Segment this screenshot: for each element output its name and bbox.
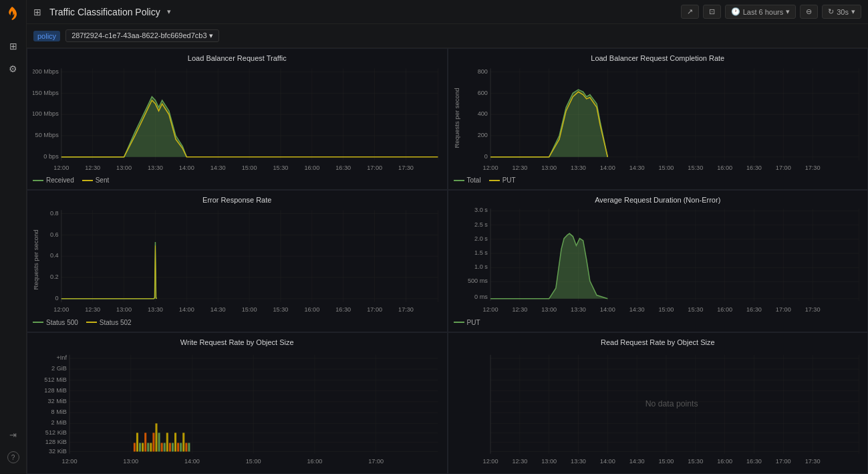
time-range-button[interactable]: 🕐 Last 6 hours ▾ <box>725 5 797 19</box>
time-range-label: Last 6 hours <box>743 8 784 16</box>
chart-completion-rate: Load Balancer Request Completion Rate Re… <box>448 48 869 190</box>
legend-status502: Status 502 <box>86 319 132 326</box>
svg-rect-174 <box>136 433 138 451</box>
svg-text:No data points: No data points <box>645 399 698 408</box>
svg-text:400: 400 <box>477 110 487 117</box>
title-dropdown-icon[interactable]: ▾ <box>167 7 171 16</box>
svg-text:14:00: 14:00 <box>179 164 194 171</box>
svg-text:0 ms: 0 ms <box>474 293 488 300</box>
legend-sent: Sent <box>82 176 110 184</box>
svg-text:16:30: 16:30 <box>746 164 761 171</box>
svg-text:16:30: 16:30 <box>335 306 351 313</box>
svg-text:2.0 s: 2.0 s <box>474 235 488 242</box>
svg-rect-186 <box>169 443 171 451</box>
svg-text:17:30: 17:30 <box>398 164 414 171</box>
svg-text:0.2: 0.2 <box>50 273 59 280</box>
refresh-dropdown-icon: ▾ <box>851 7 855 16</box>
svg-text:17:00: 17:00 <box>775 164 790 171</box>
policy-dropdown-icon: ▾ <box>209 31 213 39</box>
svg-rect-183 <box>161 443 163 451</box>
app-logo[interactable] <box>4 5 23 24</box>
svg-text:15:00: 15:00 <box>658 306 674 313</box>
svg-text:15:00: 15:00 <box>242 164 257 171</box>
svg-text:12:30: 12:30 <box>512 306 527 313</box>
svg-text:50 Mbps: 50 Mbps <box>35 132 59 138</box>
svg-text:14:00: 14:00 <box>599 306 615 313</box>
time-dropdown-icon: ▾ <box>786 7 790 16</box>
chart-avg-duration: Average Request Duration (Non-Error) 3.0… <box>448 190 869 332</box>
policy-selector[interactable]: 287f2924-c1e7-43aa-8622-bfc669ed7cb3 ▾ <box>65 29 219 42</box>
svg-rect-176 <box>142 443 144 451</box>
svg-text:12:00: 12:00 <box>53 306 69 313</box>
zoom-icon: ⊖ <box>806 7 812 16</box>
svg-text:512 KiB: 512 KiB <box>45 428 67 435</box>
share-icon: ↗ <box>687 7 693 16</box>
refresh-button[interactable]: ↻ 30s ▾ <box>822 5 861 19</box>
filterbar: policy 287f2924-c1e7-43aa-8622-bfc669ed7… <box>27 24 868 48</box>
svg-rect-175 <box>139 443 141 451</box>
svg-text:15:00: 15:00 <box>246 457 261 464</box>
svg-rect-173 <box>134 443 136 451</box>
svg-rect-185 <box>166 433 168 451</box>
svg-text:12:00: 12:00 <box>53 164 69 171</box>
svg-text:12:30: 12:30 <box>85 306 100 313</box>
svg-text:14:00: 14:00 <box>184 457 200 464</box>
sidebar-help-icon[interactable]: ? <box>6 450 21 465</box>
svg-text:150 Mbps: 150 Mbps <box>33 89 59 96</box>
svg-text:16:30: 16:30 <box>746 457 761 464</box>
svg-text:15:00: 15:00 <box>658 164 674 171</box>
svg-text:14:00: 14:00 <box>599 164 615 171</box>
svg-text:800: 800 <box>477 68 487 75</box>
svg-text:12:30: 12:30 <box>85 164 100 171</box>
tv-mode-button[interactable]: ⊡ <box>703 5 721 19</box>
svg-text:13:30: 13:30 <box>571 164 586 171</box>
svg-text:17:30: 17:30 <box>805 306 820 313</box>
share-button[interactable]: ↗ <box>681 5 699 19</box>
svg-text:16:30: 16:30 <box>746 306 761 313</box>
chart-title-error: Error Response Rate <box>33 196 442 204</box>
svg-text:12:30: 12:30 <box>512 164 527 171</box>
chart-title-write: Write Request Rate by Object Size <box>33 338 442 346</box>
svg-text:0: 0 <box>55 295 59 302</box>
svg-text:2 MiB: 2 MiB <box>51 419 67 426</box>
svg-text:17:30: 17:30 <box>805 164 820 171</box>
refresh-label: 30s <box>837 8 849 16</box>
svg-text:32 MiB: 32 MiB <box>47 396 67 404</box>
chart-title-duration: Average Request Duration (Non-Error) <box>454 196 863 204</box>
svg-text:16:30: 16:30 <box>335 164 351 171</box>
svg-rect-187 <box>172 443 174 451</box>
legend-duration: PUT <box>454 317 863 326</box>
chart-title-lb-traffic: Load Balancer Request Traffic <box>33 54 442 62</box>
svg-text:0: 0 <box>484 153 487 160</box>
svg-text:100 Mbps: 100 Mbps <box>33 110 59 117</box>
chart-area-duration: 3.0 s 2.5 s 2.0 s 1.5 s 1.0 s 500 ms 0 m… <box>454 207 863 316</box>
svg-text:0.4: 0.4 <box>50 253 59 259</box>
svg-text:16:00: 16:00 <box>717 457 732 464</box>
svg-rect-190 <box>180 443 182 451</box>
page-title: Traffic Classification Policy <box>49 7 160 17</box>
refresh-icon: ↻ <box>828 7 834 16</box>
svg-text:2.5 s: 2.5 s <box>474 221 488 228</box>
svg-text:17:30: 17:30 <box>805 457 820 464</box>
svg-rect-178 <box>147 443 149 451</box>
zoom-out-button[interactable]: ⊖ <box>800 5 818 19</box>
svg-text:200 Mbps: 200 Mbps <box>33 68 59 75</box>
svg-text:0.6: 0.6 <box>50 231 59 238</box>
chart-title-read: Read Request Rate by Object Size <box>454 338 863 346</box>
sidebar-settings-icon[interactable]: ⚙ <box>6 62 21 76</box>
svg-text:0.8: 0.8 <box>50 210 59 217</box>
svg-text:12:30: 12:30 <box>512 457 527 464</box>
svg-text:512 MiB: 512 MiB <box>44 375 67 382</box>
sidebar-signout-icon[interactable]: ⇥ <box>6 427 21 442</box>
svg-text:17:00: 17:00 <box>367 306 382 313</box>
svg-rect-193 <box>188 443 190 451</box>
svg-text:16:00: 16:00 <box>717 164 732 171</box>
svg-text:15:30: 15:30 <box>273 306 289 313</box>
policy-badge: policy <box>33 31 60 41</box>
legend-put-duration: PUT <box>454 319 480 326</box>
svg-text:13:00: 13:00 <box>116 164 132 171</box>
sidebar-apps-icon[interactable]: ⊞ <box>6 39 21 53</box>
svg-text:15:30: 15:30 <box>273 164 289 171</box>
svg-text:16:00: 16:00 <box>304 164 319 171</box>
svg-text:15:00: 15:00 <box>658 457 674 464</box>
